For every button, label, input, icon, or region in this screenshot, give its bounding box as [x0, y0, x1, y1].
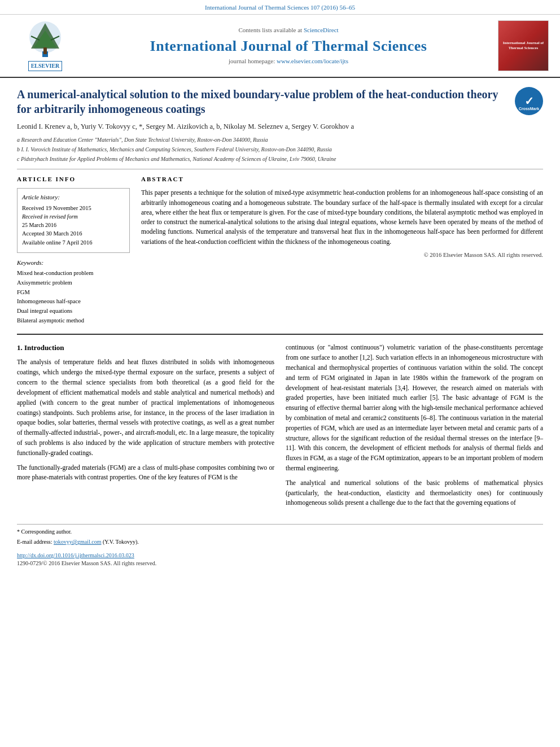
- received-date: Received 19 November 2015: [22, 204, 125, 213]
- email-suffix: (Y.V. Tokovyy).: [103, 539, 139, 545]
- keyword-2: Axisymmetric problem: [17, 279, 130, 287]
- article-info-column: ARTICLE INFO Article history: Received 1…: [17, 175, 130, 326]
- crossmark-icon: ✓ CrossMark: [515, 87, 543, 115]
- keyword-1: Mixed heat-conduction problem: [17, 269, 130, 278]
- sciencedirect-link[interactable]: ScienceDirect: [304, 27, 339, 33]
- article-title: A numerical-analytical solution to the m…: [17, 87, 509, 116]
- section-title: 1. Introduction: [17, 343, 274, 353]
- header-center: Contents lists available at ScienceDirec…: [85, 26, 492, 65]
- corresponding-author: * Corresponding author.: [17, 528, 543, 536]
- section-heading: Introduction: [24, 343, 64, 352]
- corresponding-label: * Corresponding author.: [17, 528, 72, 535]
- email-link[interactable]: tokovyy@gmail.com: [54, 539, 101, 545]
- keywords-list: Mixed heat-conduction problem Axisymmetr…: [17, 269, 130, 325]
- abstract-header: ABSTRACT: [141, 175, 543, 184]
- journal-reference: International Journal of Thermal Science…: [205, 4, 355, 11]
- keyword-3: FGM: [17, 289, 130, 297]
- received-revised-label: Received in revised form: [22, 213, 125, 221]
- intro-right-paragraph-2: The analytical and numerical solutions o…: [286, 478, 543, 508]
- journal-logo-box: International Journal of Thermal Science…: [498, 20, 549, 71]
- email-line: E-mail address: tokovyy@gmail.com (Y.V. …: [17, 538, 543, 546]
- svg-rect-4: [43, 47, 47, 54]
- section-number: 1.: [17, 343, 23, 352]
- doi-line: http://dx.doi.org/10.1016/j.ijthermalsci…: [17, 552, 543, 560]
- contents-line: Contents lists available at ScienceDirec…: [85, 26, 492, 34]
- journal-logo-right: International Journal of Thermal Science…: [498, 20, 549, 71]
- elsevier-tree-icon: [20, 20, 71, 60]
- accepted-date: Accepted 30 March 2016: [22, 230, 125, 238]
- crossmark-circle: ✓ CrossMark: [515, 87, 543, 115]
- intro-paragraph-1: The analysis of temperature fields and h…: [17, 357, 274, 458]
- keyword-5: Dual integral equations: [17, 307, 130, 316]
- section-divider: [17, 334, 543, 335]
- header-section: ELSEVIER Contents lists available at Sci…: [0, 15, 560, 78]
- main-content: A numerical-analytical solution to the m…: [0, 78, 560, 579]
- email-label: E-mail address:: [17, 539, 52, 545]
- header-divider: [17, 169, 543, 169]
- article-info-abstract: ARTICLE INFO Article history: Received 1…: [17, 175, 543, 326]
- introduction-section: 1. Introduction The analysis of temperat…: [17, 343, 543, 513]
- top-bar: International Journal of Thermal Science…: [0, 0, 560, 15]
- journal-title: International Journal of Thermal Science…: [85, 37, 492, 55]
- abstract-text: This paper presents a technique for the …: [141, 188, 543, 247]
- keyword-4: Inhomogeneous half-space: [17, 298, 130, 306]
- intro-right-column: continuous (or "almost continuous") volu…: [286, 343, 543, 513]
- article-history-box: Article history: Received 19 November 20…: [17, 188, 130, 252]
- journal-homepage: journal homepage: www.elsevier.com/locat…: [85, 57, 492, 65]
- affiliations: a Research and Education Center "Materia…: [17, 136, 543, 163]
- affiliation-b: b I. I. Vorovich Institute of Mathematic…: [17, 145, 543, 154]
- keywords-section: Keywords: Mixed heat-conduction problem …: [17, 259, 130, 325]
- issn-line: 1290-0729/© 2016 Elsevier Masson SAS. Al…: [17, 560, 543, 567]
- affiliation-c: c Pidstryhach Institute for Applied Prob…: [17, 155, 543, 163]
- received-revised-date: 25 March 2016: [22, 221, 125, 229]
- available-date: Available online 7 April 2016: [22, 239, 125, 247]
- intro-right-paragraph-1: continuous (or "almost continuous") volu…: [286, 343, 543, 474]
- copyright-line: © 2016 Elsevier Masson SAS. All rights r…: [141, 251, 543, 260]
- article-title-section: A numerical-analytical solution to the m…: [17, 87, 543, 116]
- keyword-6: Bilateral asymptotic method: [17, 317, 130, 325]
- intro-paragraph-2: The functionally-graded materials (FGM) …: [17, 463, 274, 483]
- keywords-label: Keywords:: [17, 259, 130, 267]
- elsevier-brand-label: ELSEVIER: [28, 61, 63, 71]
- article-info-header: ARTICLE INFO: [17, 175, 130, 184]
- history-label: Article history:: [22, 193, 125, 202]
- intro-left-column: 1. Introduction The analysis of temperat…: [17, 343, 274, 513]
- svg-text:CrossMark: CrossMark: [519, 107, 539, 111]
- abstract-column: ABSTRACT This paper presents a technique…: [141, 175, 543, 326]
- svg-text:✓: ✓: [524, 95, 534, 107]
- footnote-section: * Corresponding author. E-mail address: …: [17, 524, 543, 567]
- elsevier-logo: ELSEVIER: [11, 20, 79, 71]
- affiliation-a: a Research and Education Center "Materia…: [17, 136, 543, 144]
- doi-link[interactable]: http://dx.doi.org/10.1016/j.ijthermalsci…: [17, 552, 134, 558]
- authors-line: Leonid I. Krenev a, b, Yuriy V. Tokovyy …: [17, 122, 543, 132]
- journal-homepage-link[interactable]: www.elsevier.com/locate/ijts: [277, 58, 348, 64]
